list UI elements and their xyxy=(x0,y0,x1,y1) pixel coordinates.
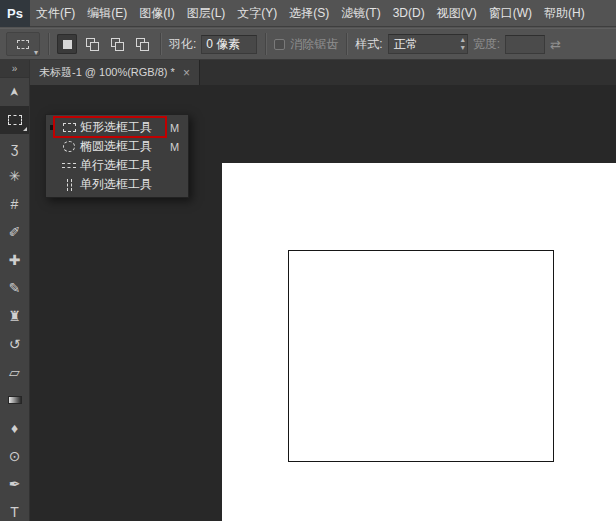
style-label: 样式: xyxy=(355,36,382,53)
brush-tool[interactable]: ✎ xyxy=(0,274,29,302)
flyout-item-single-column-marquee[interactable]: 单列选框工具 xyxy=(46,175,188,194)
antialias-checkbox[interactable] xyxy=(274,39,285,50)
menu-filter[interactable]: 滤镜(T) xyxy=(335,0,386,27)
collapse-panel-button[interactable]: » xyxy=(0,60,29,78)
single-column-marquee-icon xyxy=(58,179,80,191)
chevron-down-icon: ▾ xyxy=(34,48,38,57)
divider xyxy=(265,33,266,55)
document-tab-bar: 未标题-1 @ 100%(RGB/8) * × xyxy=(30,60,616,85)
document-tab[interactable]: 未标题-1 @ 100%(RGB/8) * × xyxy=(30,60,200,85)
feather-input[interactable]: 0 像素 xyxy=(201,35,257,54)
tools-panel: » ➤ ʒ ✳ # ✐ ✚ ✎ ♜ ↺ ▱ xyxy=(0,60,30,521)
quick-selection-tool[interactable]: ✳ xyxy=(0,162,29,190)
menu-view[interactable]: 视图(V) xyxy=(431,0,483,27)
history-brush-icon: ↺ xyxy=(9,337,21,351)
menu-image[interactable]: 图像(I) xyxy=(133,0,180,27)
dodge-icon: ⊙ xyxy=(9,449,21,463)
antialias-label: 消除锯齿 xyxy=(290,36,338,53)
flyout-item-rectangular-marquee[interactable]: 矩形选框工具 M xyxy=(46,118,188,137)
eraser-icon: ▱ xyxy=(9,365,20,379)
gradient-icon xyxy=(8,396,22,404)
add-to-selection-icon xyxy=(86,38,99,51)
flyout-item-label: 椭圆选框工具 xyxy=(80,138,170,155)
brush-icon: ✎ xyxy=(9,281,21,295)
pen-icon: ✒ xyxy=(9,477,21,491)
menu-type[interactable]: 文字(Y) xyxy=(231,0,283,27)
rectangular-marquee-tool[interactable] xyxy=(0,106,29,134)
menu-layer[interactable]: 图层(L) xyxy=(181,0,232,27)
divider xyxy=(48,33,49,55)
spinner-icon: ▴▾ xyxy=(461,36,465,52)
flyout-item-label: 单行选框工具 xyxy=(80,157,170,174)
flyout-item-elliptical-marquee[interactable]: 椭圆选框工具 M xyxy=(46,137,188,156)
eyedropper-icon: ✐ xyxy=(9,225,21,239)
intersect-selection-icon xyxy=(136,38,149,51)
add-to-selection-button[interactable] xyxy=(82,34,102,54)
new-selection-button[interactable] xyxy=(57,34,77,54)
document-tab-title: 未标题-1 @ 100%(RGB/8) * xyxy=(39,65,175,80)
width-input[interactable] xyxy=(505,35,545,54)
flyout-item-shortcut: M xyxy=(170,141,188,153)
divider xyxy=(346,33,347,55)
blur-icon: ♦ xyxy=(11,421,18,435)
style-value: 正常 xyxy=(394,36,418,53)
rectangular-marquee-icon xyxy=(58,123,80,132)
clone-stamp-icon: ♜ xyxy=(8,309,21,323)
menu-window[interactable]: 窗口(W) xyxy=(483,0,538,27)
feather-label: 羽化: xyxy=(169,36,196,53)
crop-tool[interactable]: # xyxy=(0,190,29,218)
eyedropper-tool[interactable]: ✐ xyxy=(0,218,29,246)
single-row-marquee-icon xyxy=(58,163,80,168)
close-tab-icon[interactable]: × xyxy=(183,66,190,80)
crop-icon: # xyxy=(11,197,19,211)
menu-help[interactable]: 帮助(H) xyxy=(538,0,591,27)
width-label: 宽度: xyxy=(473,36,500,53)
lasso-icon: ʒ xyxy=(11,141,19,155)
type-tool[interactable]: T xyxy=(0,498,29,521)
current-tool-indicator xyxy=(46,125,58,130)
marquee-tools-flyout: 矩形选框工具 M 椭圆选框工具 M 单行选框工具 单列选框工具 xyxy=(45,114,189,198)
type-icon: T xyxy=(10,505,19,519)
drawn-rectangle-selection xyxy=(288,250,554,462)
new-selection-icon xyxy=(63,40,72,49)
options-bar: ▾ 羽化: 0 像素 消除锯齿 样式: 正常 ▴▾ 宽度: ⇄ xyxy=(0,28,616,60)
swap-dimensions-icon[interactable]: ⇄ xyxy=(550,37,561,52)
flyout-item-label: 单列选框工具 xyxy=(80,176,170,193)
style-dropdown[interactable]: 正常 ▴▾ xyxy=(388,34,468,54)
flyout-item-single-row-marquee[interactable]: 单行选框工具 xyxy=(46,156,188,175)
subtract-from-selection-icon xyxy=(111,38,124,51)
quick-selection-icon: ✳ xyxy=(9,169,21,183)
divider xyxy=(160,33,161,55)
menu-bar: Ps 文件(F) 编辑(E) 图像(I) 图层(L) 文字(Y) 选择(S) 滤… xyxy=(0,0,616,27)
menu-3d[interactable]: 3D(D) xyxy=(387,0,431,27)
rectangular-marquee-icon xyxy=(8,115,22,125)
history-brush-tool[interactable]: ↺ xyxy=(0,330,29,358)
photoshop-logo: Ps xyxy=(0,0,30,27)
move-tool-icon: ➤ xyxy=(9,87,21,97)
move-tool[interactable]: ➤ xyxy=(0,78,29,106)
pen-tool[interactable]: ✒ xyxy=(0,470,29,498)
gradient-tool[interactable] xyxy=(0,386,29,414)
clone-stamp-tool[interactable]: ♜ xyxy=(0,302,29,330)
marquee-preset-icon xyxy=(17,40,29,49)
flyout-item-shortcut: M xyxy=(170,122,188,134)
spot-healing-brush-tool[interactable]: ✚ xyxy=(0,246,29,274)
lasso-tool[interactable]: ʒ xyxy=(0,134,29,162)
blur-tool[interactable]: ♦ xyxy=(0,414,29,442)
subtract-from-selection-button[interactable] xyxy=(107,34,127,54)
eraser-tool[interactable]: ▱ xyxy=(0,358,29,386)
dodge-tool[interactable]: ⊙ xyxy=(0,442,29,470)
elliptical-marquee-icon xyxy=(58,141,80,152)
menu-edit[interactable]: 编辑(E) xyxy=(81,0,133,27)
document-canvas[interactable] xyxy=(222,163,616,521)
tool-preset-dropdown[interactable]: ▾ xyxy=(6,32,40,56)
flyout-item-label: 矩形选框工具 xyxy=(80,119,170,136)
double-chevron-icon: » xyxy=(12,63,18,74)
menu-select[interactable]: 选择(S) xyxy=(283,0,335,27)
menu-file[interactable]: 文件(F) xyxy=(30,0,81,27)
spot-healing-icon: ✚ xyxy=(9,253,21,267)
photoshop-window: Ps 文件(F) 编辑(E) 图像(I) 图层(L) 文字(Y) 选择(S) 滤… xyxy=(0,0,616,521)
intersect-selection-button[interactable] xyxy=(132,34,152,54)
